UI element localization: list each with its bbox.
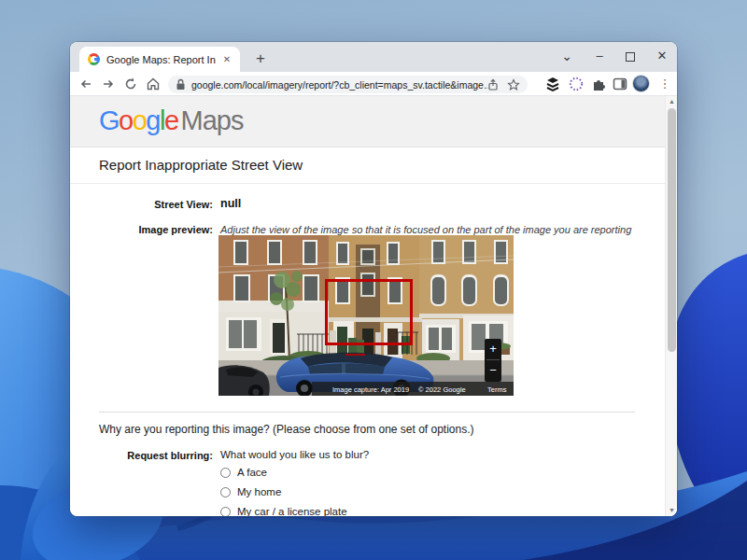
maps-wordmark: Maps xyxy=(181,105,244,135)
home-icon[interactable] xyxy=(145,76,162,92)
radio-input-my-car[interactable] xyxy=(220,507,231,517)
tab-strip: Google Maps: Report Inappropri ✕ + ⌄ – ✕ xyxy=(70,42,677,72)
page-title: Report Inappropriate Street View xyxy=(99,157,303,173)
blur-prompt: What would you like us to blur? xyxy=(220,449,369,460)
zoom-out-button[interactable]: − xyxy=(485,360,501,381)
request-blurring-label: Request blurring: xyxy=(70,450,213,461)
radio-label: My car / a license plate xyxy=(237,506,347,516)
report-question: Why are you reporting this image? (Pleas… xyxy=(99,423,474,436)
selection-marker xyxy=(345,354,365,356)
extension-dotted-circle-icon[interactable] xyxy=(568,76,585,92)
street-view-zoom-control: + − xyxy=(485,339,501,382)
radio-input-my-home[interactable] xyxy=(220,487,231,497)
image-caption-bar: Image capture: Apr 2019 © 2022 Google Te… xyxy=(312,382,514,396)
radio-option-my-home[interactable]: My home xyxy=(220,486,281,497)
page-header-band: GoogleMaps xyxy=(70,96,677,147)
divider xyxy=(70,183,677,184)
maximize-button[interactable] xyxy=(616,44,644,68)
scrollbar-thumb[interactable] xyxy=(668,108,676,352)
radio-label: A face xyxy=(237,467,267,478)
bookmark-star-icon[interactable] xyxy=(507,78,520,91)
street-view-preview[interactable]: Image capture: Apr 2019 © 2022 Google Te… xyxy=(218,235,514,396)
image-instruction: Adjust the view of the image so that it … xyxy=(220,224,631,235)
terms-link[interactable]: Terms xyxy=(487,385,507,394)
tab-search-chevron-icon[interactable]: ⌄ xyxy=(553,44,581,68)
page-content: GoogleMaps Report Inappropriate Street V… xyxy=(70,96,677,516)
forward-icon[interactable] xyxy=(100,76,117,92)
extensions-puzzle-icon[interactable] xyxy=(590,76,607,92)
reload-icon[interactable] xyxy=(122,76,139,92)
address-bar[interactable]: google.com/local/imagery/report/?cb_clie… xyxy=(168,76,528,93)
radio-option-my-car[interactable]: My car / a license plate xyxy=(220,506,347,516)
page-scrollbar[interactable]: ▲ ▼ xyxy=(665,96,677,516)
back-icon[interactable] xyxy=(78,76,94,92)
minimize-button[interactable]: – xyxy=(585,44,613,68)
radio-input-a-face[interactable] xyxy=(220,468,231,478)
browser-window: Google Maps: Report Inappropri ✕ + ⌄ – ✕ xyxy=(70,42,677,516)
image-preview-label: Image preview: xyxy=(70,224,213,235)
side-panel-icon[interactable] xyxy=(612,76,628,92)
scroll-up-icon[interactable]: ▲ xyxy=(666,96,677,107)
divider xyxy=(99,412,635,413)
profile-avatar[interactable] xyxy=(632,75,650,92)
desktop: Google Maps: Report Inappropri ✕ + ⌄ – ✕ xyxy=(0,0,747,560)
new-tab-button[interactable]: + xyxy=(249,49,272,69)
browser-tab[interactable]: Google Maps: Report Inappropri ✕ xyxy=(79,47,240,72)
share-icon[interactable] xyxy=(486,78,500,91)
window-close-button[interactable]: ✕ xyxy=(648,44,676,68)
tab-title: Google Maps: Report Inappropri xyxy=(106,54,216,65)
street-view-value: null xyxy=(220,197,241,210)
browser-toolbar: google.com/local/imagery/report/?cb_clie… xyxy=(70,72,677,96)
google-maps-logo[interactable]: GoogleMaps xyxy=(99,105,244,136)
google-favicon-icon xyxy=(88,53,100,65)
radio-label: My home xyxy=(237,486,281,497)
street-view-label: Street View: xyxy=(70,199,213,210)
url-text: google.com/local/imagery/report/?cb_clie… xyxy=(191,79,488,91)
selection-rectangle[interactable] xyxy=(325,279,413,345)
tab-close-icon[interactable]: ✕ xyxy=(219,52,234,67)
extension-layers-icon[interactable] xyxy=(544,76,561,92)
browser-menu-icon[interactable]: ⋮ xyxy=(657,74,672,94)
image-copyright: © 2022 Google xyxy=(418,385,466,394)
lock-icon xyxy=(176,78,186,91)
zoom-in-button[interactable]: + xyxy=(485,339,501,359)
image-capture-date: Image capture: Apr 2019 xyxy=(332,385,409,394)
radio-option-a-face[interactable]: A face xyxy=(220,467,267,478)
